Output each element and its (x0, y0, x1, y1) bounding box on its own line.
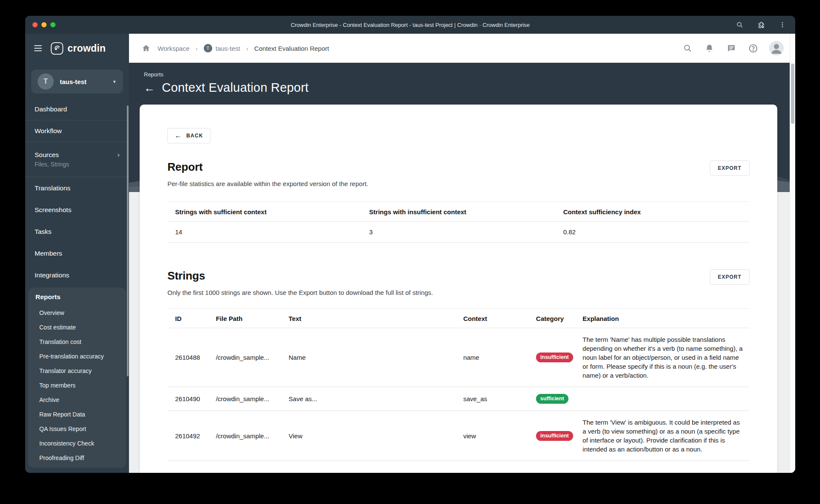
sidebar-item-workflow[interactable]: Workflow (25, 120, 129, 142)
stats-header: Strings with sufficient context (167, 202, 361, 221)
stats-header: Context sufficiency index (556, 202, 750, 221)
chat-icon[interactable] (726, 43, 737, 54)
cell-explanation: The term 'Name' has multiple possible tr… (575, 328, 750, 387)
sidebar-subitem-label: Top members (39, 382, 76, 389)
strings-section-title: Strings (167, 269, 205, 283)
sidebar-item-label: Dashboard (35, 105, 67, 113)
search-icon[interactable] (682, 43, 693, 54)
sidebar-item-raw-report-data[interactable]: Raw Report Data (28, 407, 126, 422)
browser-search-icon[interactable] (734, 19, 745, 30)
sidebar-subitem-label: Cost estimate (39, 324, 76, 331)
report-section-title: Report (167, 160, 203, 174)
strings-export-button[interactable]: EXPORT (710, 269, 750, 285)
sidebar-item-sources[interactable]: Sources› Files, Strings (25, 142, 129, 177)
breadcrumb-project[interactable]: T taus-test (204, 44, 240, 52)
crowdin-logo-text: crowdin (67, 43, 106, 54)
back-arrow-icon[interactable]: ← (144, 82, 155, 93)
hamburger-menu-icon[interactable] (34, 45, 42, 51)
strings-table: ID File Path Text Context Category Expla… (167, 308, 750, 461)
minimize-button[interactable] (41, 22, 47, 27)
sidebar-item-qa-issues-report[interactable]: QA Issues Report (28, 422, 126, 436)
breadcrumb-workspace[interactable]: Workspace (158, 45, 190, 52)
sidebar-subitem-label: Translator accuracy (39, 367, 91, 374)
category-badge: sufficient (536, 394, 568, 404)
cell-file-path: /crowdin_sample... (208, 411, 281, 461)
sidebar-item-label: Sources (35, 151, 59, 159)
extensions-icon[interactable] (756, 19, 767, 30)
page-title: Context Evaluation Report (162, 81, 309, 95)
column-header-file-path: File Path (208, 309, 281, 328)
sidebar-scrollbar[interactable] (127, 105, 129, 376)
project-avatar: T (38, 73, 54, 90)
project-name: taus-test (60, 78, 106, 85)
sidebar-item-inconsistency-check[interactable]: Inconsistency Check (28, 436, 126, 451)
chevron-right-icon: › (196, 45, 198, 52)
sidebar-item-translation-cost[interactable]: Translation cost (28, 335, 126, 349)
user-avatar[interactable] (769, 41, 784, 55)
main-area: Workspace › T taus-test › Context Evalua… (129, 34, 795, 473)
sidebar-item-reports[interactable]: Reports (28, 293, 126, 301)
sidebar-item-overview[interactable]: Overview (28, 306, 126, 320)
sidebar-item-integrations[interactable]: Integrations (25, 264, 129, 286)
crowdin-logo-icon (50, 42, 64, 55)
column-header-context: Context (456, 309, 528, 328)
zoom-button[interactable] (50, 22, 56, 27)
kebab-menu-icon[interactable] (777, 19, 788, 30)
app-window: Crowdin Enterprise - Context Evaluation … (25, 16, 795, 473)
column-header-explanation: Explanation (575, 309, 750, 328)
sidebar-item-pre-translation-accuracy[interactable]: Pre-translation accuracy (28, 349, 126, 364)
help-icon[interactable] (747, 43, 758, 54)
cell-context: view (456, 411, 528, 461)
sidebar-subitem-label: Inconsistency Check (39, 440, 94, 447)
window-titlebar: Crowdin Enterprise - Context Evaluation … (25, 16, 795, 34)
cell-text: Save as... (281, 387, 456, 411)
sidebar-item-label: Workflow (35, 127, 62, 135)
sidebar-subitem-label: Raw Report Data (39, 411, 85, 418)
page-scrollbar-thumb[interactable] (791, 64, 794, 124)
sidebar-item-screenshots[interactable]: Screenshots (25, 199, 129, 221)
cell-explanation: The term 'View' is ambiguous. It could b… (575, 411, 750, 461)
sidebar-item-subtitle: Files, Strings (35, 161, 120, 168)
sidebar: crowdin T taus-test ▼ Dashboard Workflow… (25, 34, 129, 473)
sidebar-item-members[interactable]: Members (25, 242, 129, 264)
report-section-subtitle: Per-file statistics are available within… (167, 180, 750, 187)
category-badge: insufficient (536, 431, 573, 441)
column-header-text: Text (281, 309, 456, 328)
notifications-bell-icon[interactable] (704, 43, 715, 54)
stats-row: 14 3 0.82 (167, 221, 750, 243)
stats-value-index: 0.82 (556, 221, 750, 243)
stats-value-insufficient: 3 (361, 221, 555, 243)
window-controls (32, 22, 56, 27)
report-export-button[interactable]: EXPORT (710, 160, 750, 176)
sidebar-item-cost-estimate[interactable]: Cost estimate (28, 320, 126, 335)
sidebar-nav: Dashboard Workflow Sources› Files, Strin… (25, 99, 129, 468)
crowdin-logo[interactable]: crowdin (50, 42, 106, 55)
page-scrollbar[interactable] (790, 34, 795, 473)
cell-id: 2610488 (167, 328, 208, 387)
close-button[interactable] (32, 22, 38, 27)
sidebar-item-translator-accuracy[interactable]: Translator accuracy (28, 364, 126, 378)
sidebar-reports-section: Reports Overview Cost estimate Translati… (28, 288, 126, 468)
sidebar-item-archive[interactable]: Archive (28, 393, 126, 407)
project-selector[interactable]: T taus-test ▼ (31, 70, 123, 93)
back-button[interactable]: ← BACK (167, 128, 211, 143)
cell-text: View (281, 411, 456, 461)
sidebar-item-translations[interactable]: Translations (25, 177, 129, 199)
table-row: 2610488 /crowdin_sample... Name name ins… (167, 328, 750, 387)
chevron-right-icon: › (117, 151, 120, 159)
sidebar-item-top-members[interactable]: Top members (28, 378, 126, 393)
column-header-category: Category (528, 309, 575, 328)
cell-id: 2610492 (167, 411, 208, 461)
sidebar-item-tasks[interactable]: Tasks (25, 221, 129, 242)
window-title: Crowdin Enterprise - Context Evaluation … (291, 22, 530, 28)
cell-file-path: /crowdin_sample... (208, 328, 281, 387)
sidebar-item-dashboard[interactable]: Dashboard (25, 99, 129, 120)
report-card: ← BACK Report EXPORT Per-file statistics… (140, 105, 777, 473)
sidebar-subitem-label: Archive (39, 396, 59, 403)
sidebar-item-proofreading-diff[interactable]: Proofreading Diff (28, 451, 126, 465)
cell-file-path: /crowdin_sample... (208, 387, 281, 411)
back-button-label: BACK (186, 133, 203, 139)
sidebar-subitem-label: Proofreading Diff (39, 454, 84, 461)
home-icon[interactable] (141, 43, 152, 54)
sidebar-item-label: Members (35, 250, 62, 257)
